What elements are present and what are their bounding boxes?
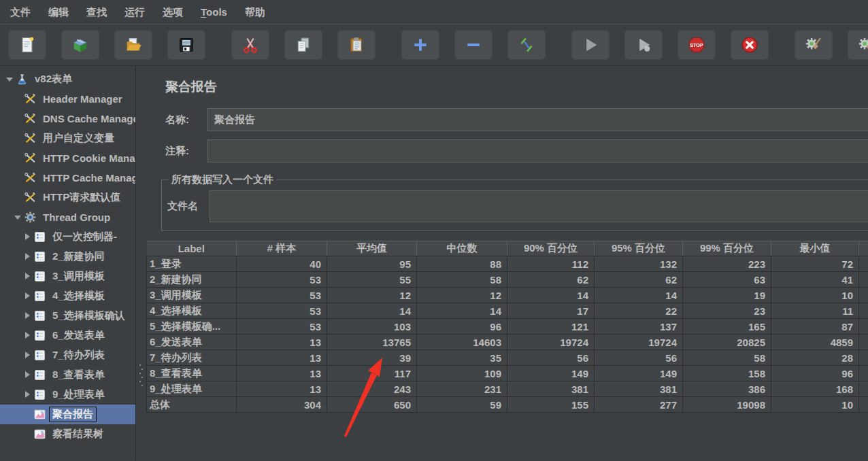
filename-input[interactable] bbox=[210, 190, 868, 222]
testplan-flask-icon bbox=[16, 73, 28, 85]
table-row[interactable]: 4_选择模板53141417222311 bbox=[147, 303, 868, 319]
table-row[interactable]: 8_查看表单1311710914914915896 bbox=[147, 366, 868, 381]
expander-closed-icon[interactable] bbox=[21, 306, 34, 326]
open-icon bbox=[124, 35, 143, 54]
expander-open-icon[interactable] bbox=[3, 69, 16, 89]
new-button[interactable] bbox=[8, 30, 46, 60]
menu-file[interactable]: 文件 bbox=[1, 1, 39, 24]
table-row[interactable]: 2_新建协同53555862626341 bbox=[147, 272, 868, 288]
menu-options[interactable]: 选项 bbox=[154, 1, 192, 24]
tree-item-step-5[interactable]: 5_选择模板确认 bbox=[0, 306, 135, 326]
stop-button[interactable]: STOP bbox=[678, 30, 716, 60]
table-row[interactable]: 5_选择模板确...531039612113716587 bbox=[147, 319, 868, 335]
table-cell: 17 bbox=[507, 303, 595, 319]
shutdown-button[interactable] bbox=[731, 30, 769, 60]
tree-item-dns-cache-manager[interactable]: DNS Cache Manager bbox=[0, 109, 135, 129]
tree-item-view-results-tree[interactable]: 察看结果树 bbox=[0, 424, 135, 444]
jmeter-window: 文件编辑查找运行选项Tools帮助 STOP v82表单Header Manag… bbox=[0, 0, 868, 461]
table-row[interactable]: 3_调用模板53121214141910 bbox=[147, 288, 868, 303]
copy-icon bbox=[294, 35, 313, 54]
tree-item-user-defined-variables[interactable]: 用户自定义变量 bbox=[0, 129, 135, 148]
tree-item-thread-group[interactable]: Thread Group bbox=[0, 207, 135, 227]
tree-item-label: DNS Cache Manager bbox=[40, 112, 135, 125]
page-title: 聚合报告 bbox=[165, 78, 868, 96]
tree-item-label: 用户自定义变量 bbox=[40, 131, 117, 146]
tree-item-header-manager[interactable]: Header Manager bbox=[0, 89, 135, 109]
tree-item-http-cookie-manager[interactable]: HTTP Cookie Manager bbox=[0, 148, 135, 168]
menu-run[interactable]: 运行 bbox=[116, 1, 154, 24]
toggle-button[interactable] bbox=[507, 30, 546, 60]
start-button[interactable] bbox=[571, 30, 610, 60]
tree-item-step-3[interactable]: 3_调用模板 bbox=[0, 267, 135, 286]
table-cell: 12 bbox=[417, 288, 507, 303]
expander-closed-icon[interactable] bbox=[21, 365, 34, 385]
table-cell: 168 bbox=[771, 381, 859, 397]
clean-all-icon bbox=[857, 35, 868, 54]
tree-item-aggregate-report[interactable]: 聚合报告 bbox=[0, 405, 135, 424]
table-cell: 总体 bbox=[147, 397, 237, 413]
threadgroup-gear-icon bbox=[24, 211, 36, 223]
table-cell: 62 bbox=[595, 272, 683, 288]
expander-closed-icon[interactable] bbox=[21, 227, 34, 247]
table-row[interactable]: 1_登录40958811213222372 bbox=[147, 256, 868, 272]
tree-item-step-8[interactable]: 8_查看表单 bbox=[0, 365, 135, 385]
tree-item-label: 9_处理表单 bbox=[50, 388, 107, 402]
table-row[interactable]: 6_发送表单1313765146031972419724208254859 bbox=[147, 335, 868, 350]
splitter-grip-icon bbox=[139, 364, 144, 387]
panel-splitter[interactable] bbox=[136, 66, 146, 460]
table-cell: 165 bbox=[683, 319, 771, 335]
tree-item-http-cache-manager[interactable]: HTTP Cache Manager bbox=[0, 168, 135, 188]
table-cell: 11 bbox=[771, 303, 859, 319]
table-row[interactable]: 7_待办列表13393556565828 bbox=[147, 350, 868, 366]
tree-item-step-9[interactable]: 9_处理表单 bbox=[0, 385, 135, 405]
table-cell: 28 bbox=[771, 350, 859, 366]
name-input[interactable] bbox=[207, 108, 868, 131]
table-cell: 8_查看表单 bbox=[147, 366, 237, 381]
table-cell: 137 bbox=[595, 319, 683, 335]
table-cell: 35 bbox=[417, 350, 507, 366]
add-button[interactable] bbox=[401, 30, 439, 60]
paste-button[interactable] bbox=[337, 30, 375, 60]
table-cell: 96 bbox=[417, 319, 507, 335]
menu-help[interactable]: 帮助 bbox=[236, 1, 274, 24]
table-cell: 13 bbox=[237, 381, 327, 397]
expander-closed-icon[interactable] bbox=[21, 345, 34, 365]
comment-input[interactable] bbox=[207, 139, 868, 163]
table-cell: 3_调用模板 bbox=[147, 288, 237, 303]
expander-closed-icon[interactable] bbox=[21, 326, 34, 345]
test-plan-tree: v82表单Header ManagerDNS Cache Manager用户自定… bbox=[0, 66, 136, 460]
tree-item-once-only-controller[interactable]: 仅一次控制器- bbox=[0, 227, 135, 247]
table-cell: 55 bbox=[327, 272, 417, 288]
menu-tools[interactable]: Tools bbox=[192, 1, 236, 24]
start-no-pauses-button[interactable] bbox=[624, 30, 663, 60]
templates-button[interactable] bbox=[61, 30, 99, 60]
expander-open-icon[interactable] bbox=[12, 207, 24, 227]
clean-button[interactable] bbox=[795, 30, 833, 60]
tree-item-step-6[interactable]: 6_发送表单 bbox=[0, 326, 135, 345]
menu-edit[interactable]: 编辑 bbox=[39, 1, 78, 24]
tree-item-http-request-defaults[interactable]: HTTP请求默认值 bbox=[0, 188, 135, 207]
table-cell: 22 bbox=[595, 303, 683, 319]
expander-closed-icon[interactable] bbox=[21, 267, 34, 286]
tree-item-step-7[interactable]: 7_待办列表 bbox=[0, 345, 135, 365]
tree-item-test-plan[interactable]: v82表单 bbox=[0, 69, 135, 89]
table-row[interactable]: 9_处理表单13243231381381386168 bbox=[147, 381, 868, 397]
tree-item-step-2[interactable]: 2_新建协同 bbox=[0, 247, 135, 267]
table-cell: 59 bbox=[417, 397, 507, 413]
expander-spacer bbox=[12, 168, 24, 188]
table-cell: 109 bbox=[417, 366, 507, 381]
column-header: 95% 百分位 bbox=[595, 241, 683, 256]
menu-search[interactable]: 查找 bbox=[78, 1, 116, 24]
expander-closed-icon[interactable] bbox=[21, 286, 34, 306]
tree-item-step-4[interactable]: 4_选择模板 bbox=[0, 286, 135, 306]
expander-closed-icon[interactable] bbox=[21, 385, 34, 405]
table-row[interactable]: 总体304650591552771909810 bbox=[147, 397, 868, 413]
expander-closed-icon[interactable] bbox=[21, 247, 34, 267]
open-button[interactable] bbox=[114, 30, 152, 60]
start-icon bbox=[581, 35, 600, 54]
remove-button[interactable] bbox=[454, 30, 493, 60]
cut-button[interactable] bbox=[231, 30, 269, 60]
copy-button[interactable] bbox=[284, 30, 322, 60]
save-button[interactable] bbox=[167, 30, 205, 60]
clean-all-button[interactable] bbox=[848, 30, 868, 60]
